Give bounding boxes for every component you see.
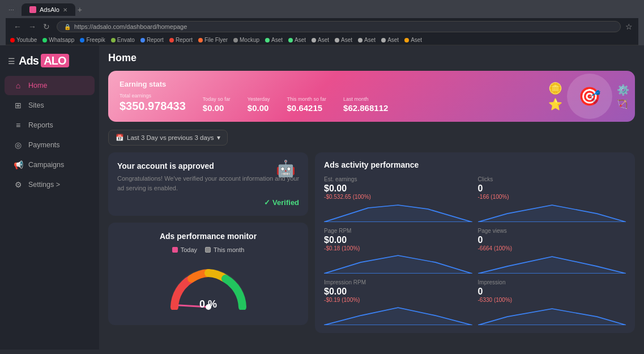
logo-ads: Ads — [19, 54, 39, 67]
verified-badge: ✓ Verified — [117, 198, 299, 207]
logo-text: Ads ALO — [19, 54, 69, 67]
sidebar-item-reports[interactable]: ≡ Reports — [5, 116, 95, 135]
address-bar[interactable]: 🔒 https://adsalo.com/dashboard/homepage — [57, 21, 621, 32]
bookmark-aset7[interactable]: Aset — [404, 37, 422, 43]
app-container: ☰ Ads ALO ⌂ Home ⊞ Sites ≡ Reports ◎ Pay… — [0, 45, 644, 349]
freepik-icon — [80, 38, 84, 42]
svg-marker-6 — [324, 308, 472, 325]
bookmark-envato[interactable]: Envato — [111, 37, 135, 43]
metric-clicks-change: -166 (100%) — [478, 194, 626, 200]
bookmark-report2[interactable]: Report — [169, 37, 193, 43]
sidebar-item-payments[interactable]: ◎ Payments — [5, 135, 95, 155]
url-text: https://adsalo.com/dashboard/homepage — [74, 23, 187, 30]
forward-button[interactable]: → — [26, 21, 39, 32]
aset7-icon — [404, 38, 409, 42]
logo-alo: ALO — [41, 54, 69, 67]
metric-page-rpm-chart — [324, 254, 472, 274]
hamburger-menu[interactable]: ☰ — [8, 57, 15, 66]
date-filter-label: Last 3 Day vs previous 3 days — [127, 134, 214, 141]
new-tab-button[interactable]: + — [78, 5, 82, 14]
active-tab[interactable]: AdsAlo ✕ — [22, 3, 75, 16]
home-icon: ⌂ — [14, 81, 23, 90]
bookmark-mockup[interactable]: Mockup — [233, 37, 259, 43]
report1-icon — [140, 38, 145, 42]
metric-impression-change: -6330 (100%) — [478, 297, 626, 303]
reports-icon: ≡ — [14, 121, 23, 130]
deco-gear: ⚙️ — [617, 84, 629, 96]
nav-buttons: ← → ↻ — [11, 21, 52, 32]
tab-close-button[interactable]: ✕ — [63, 7, 67, 13]
banner-decoration: 🪙 ⭐ 🎯 ⚙️ 🏹 — [548, 74, 629, 119]
legend-today: Today — [172, 246, 197, 253]
stat-yesterday: Yesterday $0.00 — [248, 96, 270, 113]
date-filter-button[interactable]: 📅 Last 3 Day vs previous 3 days ▾ — [108, 130, 228, 146]
bookmark-youtube[interactable]: Youtube — [10, 37, 37, 43]
metric-est-earnings-chart — [324, 202, 472, 222]
fileflyer-icon — [198, 38, 203, 42]
aset1-icon — [265, 38, 270, 42]
monitor-title: Ads performance monitor — [117, 232, 299, 241]
sidebar-item-campaigns[interactable]: 📢 Campaigns — [5, 155, 95, 174]
bookmark-aset3[interactable]: Aset — [312, 37, 329, 43]
page-title: Home — [108, 52, 635, 64]
svg-marker-7 — [478, 309, 626, 325]
bookmark-aset1[interactable]: Aset — [265, 37, 283, 43]
bookmark-aset6[interactable]: Aset — [381, 37, 399, 43]
metric-page-rpm-change: -$0.18 (100%) — [324, 245, 472, 251]
metric-clicks: Clicks 0 -166 (100%) — [478, 176, 626, 222]
metric-impression-rpm: Impression RPM $0.00 -$0.19 (100%) — [324, 279, 472, 325]
svg-marker-5 — [478, 257, 626, 274]
aset4-icon — [335, 38, 339, 42]
aset6-icon — [381, 38, 386, 42]
sites-icon: ⊞ — [14, 101, 23, 110]
youtube-icon — [10, 38, 15, 42]
bookmark-aset2[interactable]: Aset — [288, 37, 306, 43]
cards-row: Your account is approved Congratulations… — [108, 152, 635, 333]
metrics-grid: Est. earnings $0.00 -$0.532.65 (100%) Cl… — [324, 176, 626, 325]
metric-clicks-value: 0 — [478, 184, 626, 194]
mockup-icon — [233, 38, 238, 42]
monitor-legend: Today This month — [117, 246, 299, 253]
chevron-down-icon: ▾ — [217, 134, 220, 142]
bookmark-aset4[interactable]: Aset — [335, 37, 352, 43]
metric-est-earnings-label: Est. earnings — [324, 176, 472, 182]
campaigns-icon: 📢 — [14, 160, 23, 169]
refresh-button[interactable]: ↻ — [41, 21, 52, 32]
bookmark-fileflyer[interactable]: File Flyer — [198, 37, 228, 43]
sidebar-label-reports: Reports — [28, 121, 53, 129]
browser-menu-icon[interactable]: ⋯ — [8, 7, 14, 13]
bookmark-report1[interactable]: Report — [140, 37, 164, 43]
metric-est-earnings: Est. earnings $0.00 -$0.532.65 (100%) — [324, 176, 472, 222]
sidebar-label-sites: Sites — [28, 101, 44, 109]
bookmark-freepik[interactable]: Freepik — [80, 37, 105, 43]
lock-icon: 🔒 — [64, 24, 71, 30]
metric-page-views-chart — [478, 254, 626, 274]
bookmark-aset5[interactable]: Aset — [358, 37, 376, 43]
whatsapp-icon — [42, 38, 47, 42]
metric-impression-rpm-chart — [324, 305, 472, 325]
aset3-icon — [312, 38, 316, 42]
stat-total-value: $350.978433 — [120, 100, 186, 113]
metric-clicks-label: Clicks — [478, 176, 626, 182]
settings-icon: ⚙ — [14, 180, 23, 189]
sidebar-item-sites[interactable]: ⊞ Sites — [5, 96, 95, 115]
back-button[interactable]: ← — [11, 21, 24, 32]
deco-coin: 🪙 — [548, 82, 562, 95]
sidebar-item-settings[interactable]: ⚙ Settings > — [5, 175, 95, 194]
deco-right: ⚙️ 🏹 — [617, 84, 629, 109]
account-approved-desc: Congratulations! We've verified your acc… — [117, 174, 299, 193]
activity-title: Ads activity performance — [324, 160, 626, 169]
checkmark-icon: ✓ — [264, 198, 270, 207]
payments-icon: ◎ — [14, 140, 23, 150]
sidebar-label-campaigns: Campaigns — [28, 161, 64, 169]
browser-chrome: ⋯ AdsAlo ✕ + ← → ↻ 🔒 https://adsalo.com/… — [0, 0, 644, 45]
star-icon[interactable]: ☆ — [625, 22, 633, 31]
browser-tabs: ⋯ AdsAlo ✕ + — [6, 3, 638, 16]
sidebar-item-home[interactable]: ⌂ Home — [5, 76, 95, 95]
metric-impression: Impression 0 -6330 (100%) — [478, 279, 626, 325]
stat-total: Total earnings $350.978433 — [120, 93, 186, 113]
metric-impression-chart — [478, 305, 626, 325]
bookmark-whatsapp[interactable]: Whatsapp — [42, 37, 74, 43]
ads-performance-monitor: Ads performance monitor Today This month — [108, 223, 308, 325]
gauge-label: 0 % — [199, 298, 217, 310]
